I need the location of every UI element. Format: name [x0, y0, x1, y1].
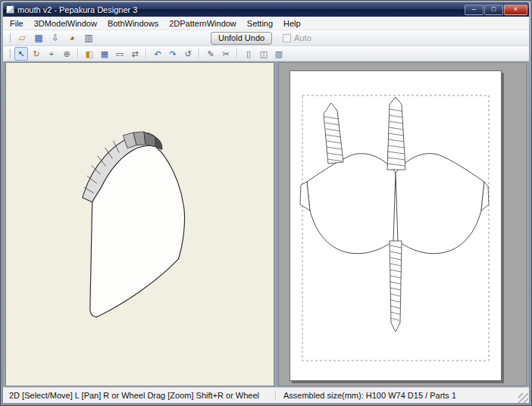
2d-pattern-view[interactable]	[278, 62, 527, 386]
auto-label: Auto	[294, 33, 311, 42]
menu-file[interactable]: File	[5, 18, 29, 29]
undo-icon[interactable]: ↶	[151, 47, 164, 61]
assembled-size-text: Assembled size(mm): H100 W74 D15 / Parts…	[283, 391, 456, 400]
menu-2dpatternwindow[interactable]: 2DPatternWindow	[164, 18, 242, 29]
rotate-part-icon[interactable]: ↺	[181, 47, 195, 61]
app-icon[interactable]	[6, 5, 14, 14]
menu-setting[interactable]: Setting	[242, 18, 278, 29]
toolbar-separator	[199, 48, 200, 58]
open-icon[interactable]: ▱	[14, 31, 30, 45]
close-button[interactable]: ×	[504, 5, 527, 15]
auto-option: Auto	[283, 33, 311, 42]
window-3d-only-icon[interactable]: ▯	[242, 47, 255, 61]
menu-bothwindows[interactable]: BothWindows	[102, 18, 164, 29]
redo-icon[interactable]: ↷	[166, 47, 180, 61]
toolbar-separator	[146, 48, 147, 58]
pattern-drawing	[290, 71, 501, 380]
print-pattern-icon[interactable]: ▥	[272, 47, 286, 61]
toolbar-grip[interactable]	[6, 33, 11, 42]
3d-model-view[interactable]	[5, 62, 274, 386]
menu-3dmodelwindow[interactable]: 3DModelWindow	[29, 18, 102, 29]
content-area	[3, 61, 529, 387]
texture-settings-icon[interactable]: ◕	[64, 31, 80, 45]
divide-part-icon[interactable]: ✂	[219, 47, 233, 61]
window-both-icon[interactable]: ◫	[257, 47, 271, 61]
window-controls: – □ ×	[465, 5, 527, 15]
print-icon[interactable]: ▥	[81, 31, 96, 45]
minimize-icon: –	[472, 6, 476, 13]
texture-display-icon[interactable]: ▦	[98, 47, 111, 61]
main-toolbar: ▱ ▦ ⇩ ◕ ▥ Unfold Undo Auto	[3, 30, 529, 46]
menubar: File 3DModelWindow BothWindows 2DPattern…	[3, 17, 529, 30]
close-icon: ×	[514, 6, 518, 13]
select-part-icon[interactable]: ▭	[113, 47, 127, 61]
mirror-part-icon[interactable]: ⇄	[128, 47, 142, 61]
fill-color-icon[interactable]: ◧	[83, 47, 96, 61]
auto-checkbox[interactable]	[283, 34, 291, 42]
edit-flap-icon[interactable]: ✎	[204, 47, 217, 61]
status-assembled-size: Assembled size(mm): H100 W74 D15 / Parts…	[275, 391, 518, 400]
rotate-view-icon[interactable]: ↻	[30, 47, 43, 61]
save-icon[interactable]: ▦	[31, 31, 46, 45]
unfold-undo-button[interactable]: Unfold Undo	[211, 32, 272, 45]
pattern-page	[289, 70, 502, 381]
maximize-button[interactable]: □	[484, 5, 503, 15]
tools-toolbar: ↖ ↻ + ⊕ ◧ ▦ ▭ ⇄ ↶ ↷ ↺ ✎ ✂ ▯ ◫ ▥	[3, 46, 529, 61]
toolbar-separator	[77, 48, 79, 58]
select-move-icon[interactable]: ↖	[14, 47, 28, 61]
toolbar-grip[interactable]	[6, 49, 11, 58]
app-window: mouth v2 - Pepakura Designer 3 – □ × Fil…	[0, 0, 532, 406]
pan-view-icon[interactable]: +	[45, 47, 58, 61]
titlebar[interactable]: mouth v2 - Pepakura Designer 3 – □ ×	[3, 2, 529, 17]
zoom-view-icon[interactable]: ⊕	[60, 47, 74, 61]
maximize-icon: □	[492, 6, 496, 13]
minimize-button[interactable]: –	[465, 5, 483, 15]
3d-model-drawing	[6, 63, 274, 386]
statusbar: 2D [Select/Move] L [Pan] R or Wheel Drag…	[3, 387, 529, 403]
resize-grip[interactable]	[518, 393, 528, 403]
status-hint-text: 2D [Select/Move] L [Pan] R or Wheel Drag…	[3, 391, 275, 400]
toolbar-separator	[236, 48, 238, 58]
window-title: mouth v2 - Pepakura Designer 3	[17, 5, 465, 14]
import-icon[interactable]: ⇩	[48, 31, 63, 45]
client-area: File 3DModelWindow BothWindows 2DPattern…	[3, 17, 529, 403]
menu-help[interactable]: Help	[278, 18, 306, 29]
